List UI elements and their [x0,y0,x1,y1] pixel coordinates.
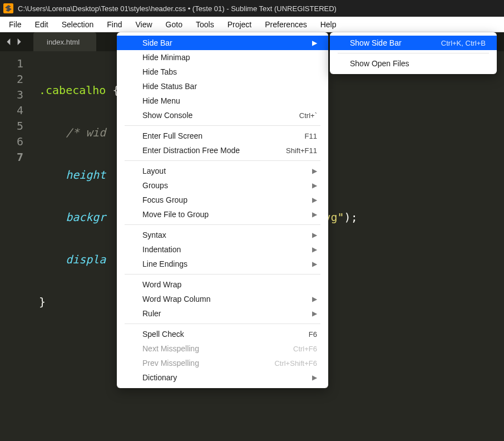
menu-item-shortcut: Shift+F11 [286,146,317,155]
menu-item-shortcut: Ctrl+Shift+F6 [274,359,317,367]
menu-item-shortcut: F11 [305,132,317,140]
chevron-right-icon [16,38,22,45]
view-menu-item[interactable]: Layout▶ [117,164,328,178]
menu-item-label: Enter Full Screen [142,131,202,140]
view-menu-item[interactable]: Hide Menu [117,94,328,108]
view-menu-item[interactable]: Show ConsoleCtrl+` [117,108,328,122]
menu-preferences[interactable]: Preferences [258,17,313,32]
view-menu-dropdown: Side Bar▶Hide MinimapHide TabsHide Statu… [117,32,328,388]
menu-item-label: Word Wrap [142,280,181,289]
view-menu-item[interactable]: Hide Minimap [117,50,328,65]
sidebar-submenu-separator [338,53,489,53]
menu-item-label: Layout [142,166,166,175]
menu-item-shortcut: Ctrl+F6 [293,345,317,353]
chevron-left-icon [6,38,12,45]
view-menu-item[interactable]: Word Wrap [117,277,328,292]
line-number: 1 [0,56,33,71]
menu-item-label: Next Misspelling [142,344,199,353]
view-menu-item[interactable]: Word Wrap Column▶ [117,292,328,306]
view-menu-item[interactable]: Indentation▶ [117,242,328,257]
line-number: 7 [0,149,33,165]
menu-item-label: Indentation [142,245,181,254]
view-menu-separator [125,160,320,161]
view-menu-item[interactable]: Groups▶ [117,178,328,193]
menu-item-shortcut: F6 [309,330,317,339]
window-titlebar: C:\Users\Lorena\Desktop\Teste 01\styles\… [0,0,504,17]
menu-item-label: Show Console [142,111,192,120]
menu-item-label: Focus Group [142,195,187,204]
menu-item-shortcut: Ctrl+K, Ctrl+B [441,39,486,47]
view-menu-item[interactable]: Move File to Group▶ [117,207,328,222]
menu-item-shortcut: Ctrl+` [299,111,317,120]
menu-file[interactable]: File [2,17,28,32]
app-icon [3,3,13,13]
chevron-right-icon: ▶ [310,210,317,218]
sidebar-submenu: Show Side BarCtrl+K, Ctrl+BShow Open Fil… [330,32,497,74]
menu-selection[interactable]: Selection [55,17,101,32]
chevron-right-icon: ▶ [310,182,317,189]
menu-item-label: Side Bar [142,38,172,47]
view-menu-item[interactable]: Hide Tabs [117,65,328,79]
view-menu-separator [125,224,320,225]
tab-index-html[interactable]: index.html [33,32,96,51]
menu-item-label: Hide Minimap [142,53,190,62]
menu-item-label: Spell Check [142,330,184,339]
menu-item-label: Line Endings [142,259,187,268]
view-menu-item[interactable]: Ruler▶ [117,306,328,321]
menu-item-label: Word Wrap Column [142,295,210,303]
editor-gutter: 1 2 3 4 5 6 7 [0,51,33,165]
view-menu-item[interactable]: Syntax▶ [117,228,328,242]
chevron-right-icon: ▶ [310,260,317,268]
menu-item-label: Show Side Bar [350,38,402,47]
view-menu-separator [125,274,320,275]
menu-item-label: Move File to Group [142,210,209,219]
view-menu-item[interactable]: Enter Distraction Free ModeShift+F11 [117,143,328,158]
tab-nav-arrows[interactable] [0,32,28,51]
view-menu-item: Prev MisspellingCtrl+Shift+F6 [117,356,328,370]
menu-item-label: Groups [142,181,168,190]
view-menu-item: Next MisspellingCtrl+F6 [117,341,328,356]
line-number: 4 [0,102,33,118]
sidebar-submenu-item[interactable]: Show Open Files [330,56,497,71]
chevron-right-icon: ▶ [310,231,317,239]
view-menu-separator [125,125,320,126]
menu-item-label: Enter Distraction Free Mode [142,146,240,155]
chevron-right-icon: ▶ [310,246,317,253]
menu-item-label: Hide Tabs [142,67,177,76]
menu-tools[interactable]: Tools [189,17,221,32]
line-number: 5 [0,118,33,134]
line-number: 2 [0,71,33,87]
chevron-right-icon: ▶ [310,310,317,317]
menu-edit[interactable]: Edit [28,17,55,32]
menu-item-label: Syntax [142,231,166,239]
view-menu-item[interactable]: Spell CheckF6 [117,327,328,341]
menu-goto[interactable]: Goto [159,17,189,32]
view-menu-item[interactable]: Dictionary▶ [117,370,328,385]
menu-project[interactable]: Project [221,17,259,32]
chevron-right-icon: ▶ [310,167,317,175]
menu-item-label: Hide Menu [142,96,180,105]
window-title: C:\Users\Lorena\Desktop\Teste 01\styles\… [18,4,337,13]
menu-item-label: Prev Misspelling [142,359,199,367]
view-menu-separator [125,324,320,324]
sidebar-submenu-item[interactable]: Show Side BarCtrl+K, Ctrl+B [330,36,497,50]
view-menu-item[interactable]: Side Bar▶ [117,36,328,50]
tab-label: index.html [47,38,80,46]
view-menu-item[interactable]: Focus Group▶ [117,193,328,207]
line-number: 6 [0,134,33,149]
menu-item-label: Dictionary [142,373,177,382]
menu-item-label: Ruler [142,309,161,318]
menubar: File Edit Selection Find View Goto Tools… [0,17,504,32]
view-menu-item[interactable]: Enter Full ScreenF11 [117,129,328,143]
chevron-right-icon: ▶ [310,39,317,47]
chevron-right-icon: ▶ [310,374,317,381]
menu-find[interactable]: Find [100,17,129,32]
menu-item-label: Show Open Files [350,59,409,68]
menu-help[interactable]: Help [314,17,343,32]
view-menu-item[interactable]: Line Endings▶ [117,257,328,271]
menu-view[interactable]: View [129,17,159,32]
chevron-right-icon: ▶ [310,295,317,303]
line-number: 3 [0,87,33,102]
view-menu-item[interactable]: Hide Status Bar [117,79,328,94]
menu-item-label: Hide Status Bar [142,82,197,91]
